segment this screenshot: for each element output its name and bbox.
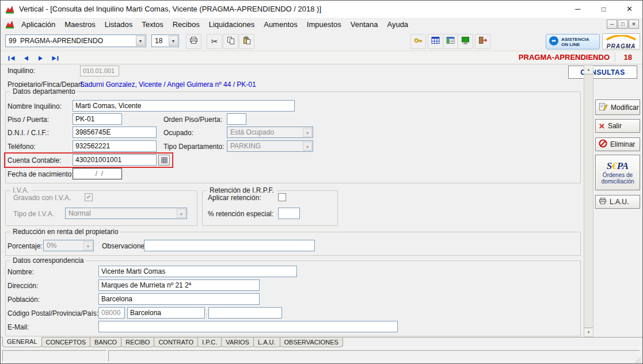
salir-label: Salir	[608, 122, 622, 130]
nav-prev-button[interactable]	[20, 52, 33, 63]
year-combobox-value: 18	[155, 37, 162, 45]
tab-recibo[interactable]: RECIBO	[121, 338, 154, 347]
mdi-minimize-icon[interactable]: ─	[607, 20, 617, 29]
menu-item-ayuda[interactable]: Ayuda	[382, 19, 413, 30]
pragma-logo-button[interactable]: PRAGMA	[602, 33, 640, 49]
modificar-button[interactable]: Modificar	[595, 99, 640, 115]
chevron-down-icon: ▼	[169, 36, 178, 46]
menu-item-listados[interactable]: Listados	[100, 19, 137, 30]
piso-puerta-input[interactable]: PK-01	[73, 113, 122, 125]
cuenta-contable-browse-button[interactable]	[158, 155, 170, 166]
close-icon[interactable]: ✕	[617, 1, 642, 18]
maximize-icon[interactable]: □	[591, 1, 617, 18]
minimize-icon[interactable]: ─	[565, 1, 591, 18]
first-record-icon	[8, 53, 16, 63]
key-icon	[414, 36, 423, 47]
toolbar: 99 PRAGMA-APRENDIENDO ▼ 18 ▼ ✂	[1, 31, 642, 51]
ocupado-value: Está Ocupado	[230, 128, 274, 136]
reduccion-legend: Reducción en renta del propietario	[10, 228, 120, 236]
mdi-close-icon[interactable]: ✕	[629, 20, 639, 29]
codigo-postal-input[interactable]: 08000	[98, 307, 125, 319]
sepa-button[interactable]: S€PA Órdenes de domiciliación	[595, 155, 640, 190]
tab-observaciones[interactable]: OBSERVACIONES	[280, 338, 343, 347]
nav-divider	[615, 53, 616, 62]
pragma-swoosh-icon	[603, 35, 640, 40]
exit-button[interactable]	[475, 34, 490, 49]
scroll-up-icon[interactable]: ▲	[584, 65, 593, 74]
chevron-down-icon: ▼	[83, 241, 93, 250]
nav-first-button[interactable]	[5, 52, 18, 63]
menu-item-impuestos[interactable]: Impuestos	[302, 19, 346, 30]
menu-item-ventana[interactable]: Ventana	[346, 19, 383, 30]
menu-item-aplicacion[interactable]: Aplicación	[17, 19, 60, 30]
corr-nombre-input[interactable]: Vicente Marti Comas	[98, 266, 297, 277]
fecha-nacimiento-input[interactable]: / /	[73, 168, 122, 179]
tab-varios[interactable]: VARIOS	[221, 338, 254, 347]
asistencia-online-button[interactable]: ASISTENCIA ON LINE	[546, 34, 600, 49]
corr-poblacion-input[interactable]: Barcelona	[98, 293, 260, 305]
corr-direccion-input[interactable]: Marques de Murrieta nº 21 2ª	[98, 279, 260, 291]
tab-general[interactable]: GENERAL	[2, 337, 42, 347]
spreadsheet-button[interactable]	[443, 34, 458, 49]
year-combobox[interactable]: 18 ▼	[151, 35, 179, 47]
observaciones-input[interactable]	[144, 240, 315, 251]
chevron-down-icon: ▼	[136, 36, 145, 46]
copy-button[interactable]	[223, 34, 238, 49]
retencion-especial-input[interactable]	[278, 208, 300, 219]
scroll-down-icon[interactable]: ▼	[584, 328, 593, 337]
scroll-thumb[interactable]	[584, 74, 593, 328]
tab-bar: GENERAL CONCEPTOS BANCO RECIBO CONTRATO …	[1, 337, 642, 347]
app-window: Vertical - [Consulta del Inquilino Marti…	[0, 0, 643, 364]
telefono-label: Teléfono:	[7, 143, 36, 151]
gravado-iva-checkbox: ✔	[85, 193, 93, 201]
gravado-iva-label: Gravado con I.V.A.	[13, 194, 71, 202]
paste-button[interactable]	[239, 34, 254, 49]
menu-item-liquidaciones[interactable]: Liquidaciones	[204, 19, 260, 30]
orden-piso-puerta-label: Orden Piso/Puerta:	[163, 116, 222, 124]
telefono-input[interactable]: 932562221	[73, 140, 157, 152]
dni-label: D.N.I. / C.I.F.:	[7, 129, 49, 137]
nombre-inquilino-input[interactable]: Marti Comas, Vicente	[73, 100, 295, 112]
key-button[interactable]	[410, 34, 426, 49]
nav-next-button[interactable]	[34, 52, 47, 63]
nav-last-button[interactable]	[48, 52, 62, 63]
print-setup-button[interactable]	[186, 34, 201, 49]
tab-ipc[interactable]: I.P.C.	[197, 338, 222, 347]
mdi-restore-icon[interactable]: □	[618, 20, 628, 29]
scissors-icon: ✂	[211, 37, 218, 45]
red-x-icon: ✕	[599, 122, 605, 130]
pais-input[interactable]	[208, 307, 282, 319]
tab-lau[interactable]: L.A.U.	[253, 338, 280, 347]
printer-icon	[189, 36, 198, 47]
orden-piso-puerta-input[interactable]	[227, 113, 246, 125]
aplicar-retencion-checkbox[interactable]	[278, 193, 286, 201]
window-title: Vertical - [Consulta del Inquilino Marti…	[19, 1, 321, 18]
consultas-button[interactable]: CONSULTAS	[568, 66, 637, 79]
vertical-scrollbar[interactable]: ▲ ▼	[584, 65, 593, 337]
tab-banco[interactable]: BANCO	[90, 338, 121, 347]
menu-item-maestros[interactable]: Maestros	[60, 19, 100, 30]
menu-item-aumentos[interactable]: Aumentos	[259, 19, 302, 30]
lau-button[interactable]: L.A.U.	[595, 195, 640, 209]
monitor-button[interactable]	[458, 34, 473, 49]
ocupado-select: Está Ocupado ▼	[227, 127, 313, 138]
ocupado-label: Ocupado:	[163, 129, 193, 137]
provincia-input[interactable]: Barcelona	[127, 307, 205, 319]
porcentaje-select: 0% ▼	[43, 240, 94, 251]
exit-door-icon	[478, 36, 487, 47]
tab-contrato[interactable]: CONTRATO	[154, 338, 198, 347]
table-button[interactable]	[428, 34, 443, 49]
tab-conceptos[interactable]: CONCEPTOS	[41, 338, 90, 347]
resize-grip[interactable]	[634, 355, 642, 363]
menu-item-textos[interactable]: Textos	[137, 19, 168, 30]
company-combobox[interactable]: 99 PRAGMA-APRENDIENDO ▼	[5, 35, 146, 47]
piso-puerta-label: Piso / Puerta:	[7, 116, 49, 124]
email-input[interactable]	[98, 321, 398, 332]
cuenta-contable-input[interactable]: 430201001001	[73, 154, 157, 166]
eliminar-button[interactable]: Eliminar	[595, 137, 640, 151]
corr-poblacion-label: Población:	[7, 296, 40, 304]
salir-button[interactable]: ✕ Salir	[595, 119, 640, 133]
dni-input[interactable]: 39856745E	[73, 127, 157, 138]
menu-item-recibos[interactable]: Recibos	[168, 19, 204, 30]
cut-button[interactable]: ✂	[207, 34, 222, 49]
